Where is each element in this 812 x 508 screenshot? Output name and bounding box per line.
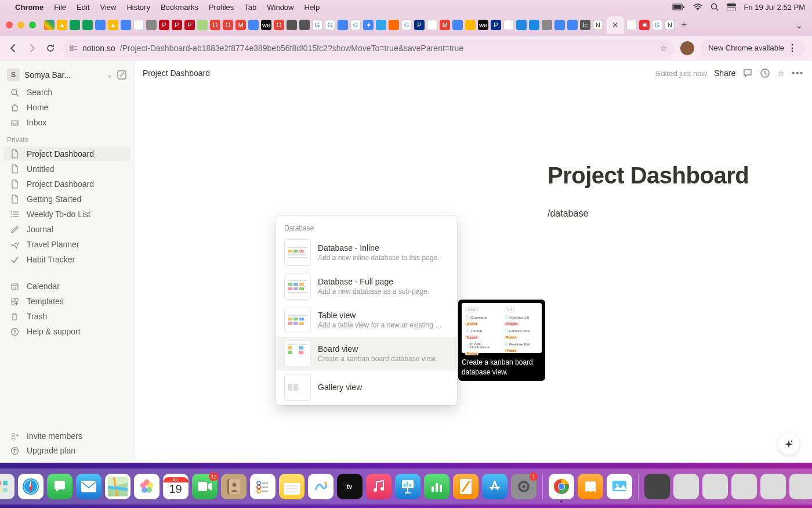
dock-minimized-window[interactable] [760,474,786,499]
comments-icon[interactable] [742,68,753,78]
workspace-switcher[interactable]: S Somya Bar... ⌄ [0,65,134,85]
tab-icon[interactable]: P [159,20,169,30]
page-title[interactable]: Project Dashboard [548,163,812,189]
menubar-clock[interactable]: Fri 19 Jul 2:52 PM [744,3,806,12]
ai-assistant-button[interactable] [778,434,799,455]
dock-tv-icon[interactable]: tv [337,474,362,499]
back-button[interactable] [7,42,20,55]
sidebar-home[interactable]: Home [3,100,130,114]
tab-icon[interactable]: P [172,20,182,30]
tab-icon[interactable]: O [274,20,284,30]
menu-file[interactable]: File [54,3,66,12]
tab-icon[interactable] [338,20,348,30]
bookmark-star-icon[interactable]: ☆ [660,44,668,53]
tab-icon[interactable]: G [325,20,335,30]
tab-icon[interactable]: N [593,20,603,30]
menu-tab[interactable]: Tab [244,3,256,12]
tab-icon[interactable]: lc [580,20,590,30]
tab-icon[interactable]: N [665,20,675,30]
sidebar-page-project-dashboard[interactable]: Project Dashboard [3,147,130,161]
dock-books-icon[interactable] [578,474,603,499]
tab-icon[interactable]: G [350,20,361,30]
dock-minimized-window[interactable] [644,474,670,499]
tab-icon[interactable]: M [235,20,246,30]
tab-icon[interactable] [554,20,565,30]
tab-icon[interactable]: G [312,20,322,30]
site-info-icon[interactable] [70,44,78,52]
dock-minimized-window[interactable] [789,474,813,499]
tab-icon[interactable] [376,20,386,30]
sidebar-page-untitled[interactable]: Untitled [3,162,130,176]
spotlight-icon[interactable] [710,3,719,11]
tab-icon[interactable] [529,20,539,30]
sidebar-page-weekly-todo[interactable]: Weekly To-do List [3,207,130,221]
tab-icon[interactable]: ◉ [503,20,514,30]
slash-option-database-fullpage[interactable]: Database - Full pageAdd a new database a… [276,269,457,303]
tab-icon[interactable]: G [401,20,412,30]
tab-icon[interactable] [389,20,399,30]
tab-icon[interactable]: G [652,20,662,30]
tab-icon[interactable]: ✱ [639,20,650,30]
tab-icon[interactable] [567,20,578,30]
sidebar-search[interactable]: Search [3,85,130,99]
dock-chrome-icon[interactable] [549,474,574,499]
dock-safari-icon[interactable] [18,474,44,499]
tab-icon[interactable] [287,20,297,30]
forward-button[interactable] [26,42,38,55]
tab-icon[interactable]: P [184,20,195,30]
tab-icon[interactable] [146,20,157,30]
tab-icon[interactable]: we [261,20,271,30]
chrome-menu-icon[interactable]: ⋮ [788,42,797,53]
tab-icon[interactable] [95,20,106,30]
updates-icon[interactable] [760,68,770,78]
tab-icon[interactable]: ▲ [57,20,67,30]
dock-calendar-icon[interactable]: JUL19 [163,474,188,499]
menu-edit[interactable]: Edit [77,3,89,12]
sidebar-page-project-dashboard-2[interactable]: Project Dashboard [3,177,130,191]
menubar-app[interactable]: Chrome [15,3,44,12]
dock-freeform-icon[interactable] [308,474,334,499]
dock-reminders-icon[interactable] [250,474,276,499]
dock-keynote-icon[interactable] [395,474,420,499]
tab-icon[interactable]: ✦ [363,20,374,30]
chrome-update-button[interactable]: New Chrome available ⋮ [700,39,805,57]
tab-icon[interactable]: M [440,20,450,30]
menu-profiles[interactable]: Profiles [209,3,234,12]
sidebar-page-habit[interactable]: Habit Tracker [3,253,130,266]
slash-option-board-view[interactable]: Board viewCreate a kanban board database… [276,337,457,370]
dock-minimized-window[interactable] [673,474,699,499]
dock-mail-icon[interactable] [76,474,102,499]
dock-settings-icon[interactable]: 1 [511,474,536,499]
dock-numbers-icon[interactable] [424,474,449,499]
tab-icon[interactable] [452,20,463,30]
sidebar-trash[interactable]: Trash [3,309,130,323]
tab-icon[interactable]: we [478,20,488,30]
tab-icon[interactable] [542,20,552,30]
tab-icon[interactable]: O [223,20,233,30]
slash-option-database-inline[interactable]: Database - InlineAdd a new inline databa… [276,236,457,269]
sidebar-help[interactable]: Help & support [3,325,130,338]
dock-minimized-window[interactable] [731,474,757,499]
share-button[interactable]: Share [714,69,735,78]
menu-history[interactable]: History [126,3,150,12]
menu-view[interactable]: View [100,3,116,12]
dock-minimized-window[interactable] [702,474,728,499]
sidebar-invite[interactable]: Invite members [3,429,130,443]
tab-icon[interactable] [44,20,55,30]
dock-pages-icon[interactable] [453,474,478,499]
sidebar-inbox[interactable]: Inbox [3,116,130,129]
breadcrumb[interactable]: Project Dashboard [143,69,210,78]
slash-option-table-view[interactable]: Table viewAdd a table view for a new or … [276,303,457,337]
tab-icon[interactable]: O [210,20,220,30]
sidebar-upgrade[interactable]: Upgrade plan [3,444,130,457]
new-page-icon[interactable] [117,70,127,80]
profile-avatar[interactable] [680,41,694,55]
dock-photos-icon[interactable] [134,474,160,499]
menu-window[interactable]: Window [267,3,293,12]
tab-icon[interactable]: P [491,20,501,30]
more-icon[interactable]: ••• [792,69,804,78]
battery-icon[interactable] [672,3,685,10]
wifi-icon[interactable] [693,3,702,10]
slash-option-gallery-view[interactable]: Gallery view [276,370,457,401]
tab-icon[interactable] [516,20,527,30]
